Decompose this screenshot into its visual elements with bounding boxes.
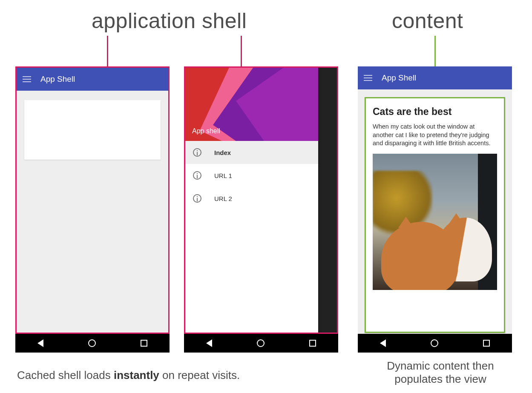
caption-left-pre: Cached shell loads	[17, 369, 114, 382]
nav-home-icon[interactable]	[431, 339, 438, 347]
content-photo-cats	[373, 154, 497, 290]
caption-right-line2: populates the view	[394, 373, 486, 385]
appbar-title: App Shell	[40, 75, 75, 84]
hamburger-icon[interactable]	[23, 76, 31, 82]
nav-back-icon[interactable]	[206, 339, 212, 347]
drawer-item-index[interactable]: Index	[185, 141, 318, 164]
info-icon	[193, 194, 201, 203]
nav-recent-icon[interactable]	[141, 340, 147, 347]
phone3-screen: App Shell Cats are the best When my cats…	[358, 66, 512, 334]
drawer-header: App shell	[185, 68, 318, 141]
label-content: content	[392, 9, 463, 33]
caption-left-post: on repeat visits.	[159, 369, 240, 382]
nav-recent-icon[interactable]	[483, 340, 490, 347]
appbar: App Shell	[358, 66, 512, 89]
nav-recent-icon[interactable]	[309, 340, 316, 347]
connector-shell-right	[241, 36, 242, 68]
caption-left-bold: instantly	[114, 369, 159, 382]
nav-home-icon[interactable]	[88, 339, 96, 347]
drawer-item-url2[interactable]: URL 2	[185, 187, 318, 210]
nav-drawer: App shell Index URL 1 URL 2	[185, 68, 318, 334]
caption-right-line1: Dynamic content then	[387, 359, 494, 372]
info-icon	[193, 148, 201, 157]
drawer-list: Index URL 1 URL 2	[185, 141, 318, 210]
drawer-item-url1[interactable]: URL 1	[185, 164, 318, 187]
android-navbar	[184, 334, 338, 353]
content-title: Cats are the best	[373, 106, 497, 118]
drawer-item-label: URL 1	[214, 172, 232, 179]
caption-right: Dynamic content then populates the view	[368, 359, 513, 386]
appbar: App Shell	[17, 68, 168, 91]
label-application-shell: application shell	[92, 9, 247, 33]
phone-shell-empty: App Shell	[15, 66, 170, 353]
hamburger-icon[interactable]	[364, 75, 372, 81]
drawer-item-label: Index	[214, 149, 231, 156]
appbar-title: App Shell	[382, 73, 416, 83]
phone1-screen: App Shell	[15, 66, 170, 334]
connector-shell-left	[107, 36, 108, 68]
phone-shell-drawer: App shell Index URL 1 URL 2	[184, 66, 338, 353]
nav-back-icon[interactable]	[380, 339, 386, 347]
drawer-title: App shell	[192, 127, 220, 135]
content-card: Cats are the best When my cats look out …	[365, 97, 505, 333]
nav-home-icon[interactable]	[257, 339, 265, 347]
android-navbar	[15, 334, 170, 353]
drawer-item-label: URL 2	[214, 195, 232, 202]
phone-content: App Shell Cats are the best When my cats…	[358, 66, 512, 353]
content-body: When my cats look out the window at anot…	[373, 123, 497, 148]
empty-content-card	[24, 100, 161, 160]
nav-back-icon[interactable]	[37, 339, 43, 347]
phone2-screen: App shell Index URL 1 URL 2	[184, 66, 338, 334]
info-icon	[193, 171, 201, 180]
android-navbar	[358, 334, 512, 353]
caption-left: Cached shell loads instantly on repeat v…	[17, 369, 240, 382]
